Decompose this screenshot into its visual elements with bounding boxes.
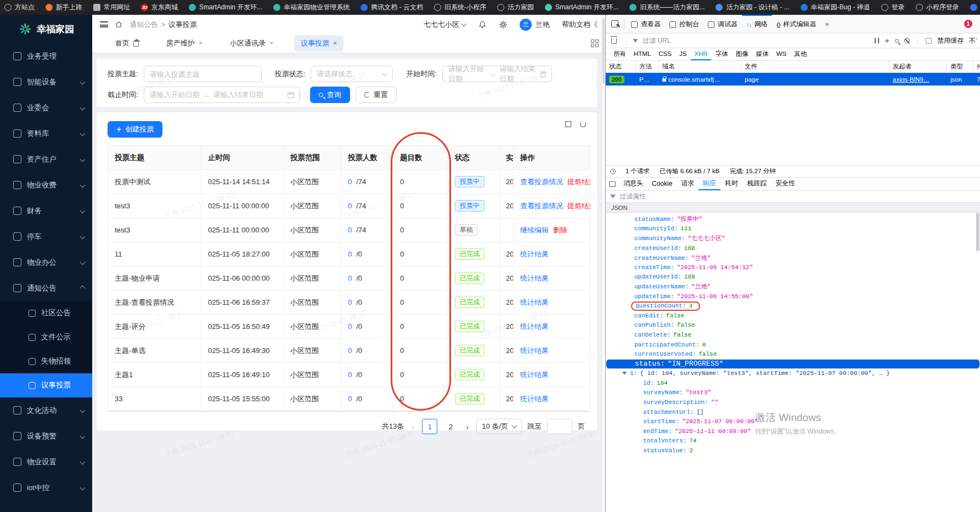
scrollbar-thumb[interactable]: [976, 213, 979, 251]
request-row[interactable]: 200P…console.smartxfj…pageaxios-BlN9…jso…: [606, 73, 980, 86]
prev-page-icon[interactable]: ‹: [409, 422, 416, 431]
detail-tab-耗时[interactable]: 耗时: [720, 178, 742, 190]
type-filter-HTML[interactable]: HTML: [630, 48, 654, 60]
action-link-查看投票情况[interactable]: 查看投票情况: [520, 177, 563, 187]
start-time-range-picker[interactable]: 请输入开始日期 → 请输入结束日期: [442, 66, 552, 82]
sidebar-item-物业收费[interactable]: 物业收费: [0, 172, 92, 198]
bookmark-item[interactable]: 消息 - 飞书: [970, 3, 980, 12]
next-page-icon[interactable]: ›: [464, 422, 471, 431]
sidebar-item-物业设置[interactable]: 物业设置: [0, 449, 92, 475]
breadcrumb-parent[interactable]: 通知公告: [129, 20, 158, 29]
request-column-域名[interactable]: 域名: [659, 61, 741, 72]
gear-icon[interactable]: [499, 20, 508, 29]
devtools-tab-样式编辑器[interactable]: {}样式编辑器: [772, 15, 821, 33]
search-icon[interactable]: [895, 39, 899, 43]
sidebar-item-文件公示[interactable]: 文件公示: [0, 325, 92, 349]
bookmark-item[interactable]: 旧系统-小程序: [434, 3, 486, 12]
vote-subject-input[interactable]: [144, 66, 262, 82]
tab-议事投票[interactable]: 议事投票×: [294, 35, 343, 52]
detail-tab-栈跟踪[interactable]: 栈跟踪: [742, 178, 771, 190]
end-time-range-picker[interactable]: 请输入开始日期 → 请输入结束日期: [144, 87, 300, 103]
page-number-1[interactable]: 1: [422, 419, 437, 434]
json-section-header[interactable]: JSON: [606, 203, 980, 213]
bookmark-item[interactable]: 登录: [881, 3, 905, 12]
pause-icon[interactable]: [875, 38, 879, 43]
bookmark-item[interactable]: 幸福家园-Bug - 禅道: [801, 3, 870, 12]
type-filter-媒体[interactable]: 媒体: [753, 48, 772, 60]
tab-小区通讯录[interactable]: 小区通讯录×: [223, 35, 280, 52]
bookmark-item[interactable]: 小程序登录: [916, 3, 959, 12]
bookmark-item[interactable]: 幸福家园物业管理系统: [273, 3, 350, 12]
vote-status-select[interactable]: 请选择状态: [311, 66, 393, 82]
tab-close-icon[interactable]: ×: [269, 39, 273, 47]
detail-tab-响应[interactable]: 响应: [699, 178, 720, 190]
action-link-继续编辑[interactable]: 继续编辑: [520, 225, 549, 235]
menu-collapse-icon[interactable]: [100, 21, 108, 27]
bookmark-item[interactable]: 活力家园: [497, 3, 534, 12]
request-column-发起者[interactable]: 发起者: [889, 61, 947, 72]
disable-cache-checkbox[interactable]: [926, 38, 932, 44]
type-filter-XHR[interactable]: XHR: [691, 48, 711, 60]
bookmark-item[interactable]: 新手上路: [46, 3, 82, 12]
create-vote-button[interactable]: + 创建投票: [108, 121, 162, 138]
action-link-查看投票情况[interactable]: 查看投票情况: [520, 201, 563, 211]
detail-tab-安全性[interactable]: 安全性: [771, 178, 799, 190]
refresh-icon[interactable]: [580, 121, 586, 127]
request-column-方法[interactable]: 方法: [636, 61, 659, 72]
tab-首页[interactable]: 首页: [109, 35, 145, 52]
sidebar-item-通知公告[interactable]: 通知公告: [0, 275, 92, 301]
home-icon[interactable]: [115, 20, 123, 29]
bookmark-item[interactable]: SmartAdmin 开发环...: [545, 3, 618, 12]
action-link-统计结果[interactable]: 统计结果: [520, 370, 549, 380]
initiator-link[interactable]: axios-BlN9…: [893, 76, 930, 83]
bookmark-item[interactable]: SmartAdmin 开发环...: [189, 3, 262, 12]
action-link-统计结果[interactable]: 统计结果: [520, 322, 549, 332]
action-link-统计结果[interactable]: 统计结果: [520, 394, 549, 404]
user-menu[interactable]: 兰 兰艳: [520, 19, 550, 31]
type-filter-所有[interactable]: 所有: [610, 48, 629, 60]
request-column-传输[interactable]: 传输: [973, 61, 980, 72]
sidebar-item-停车[interactable]: 停车: [0, 224, 92, 249]
bookmark-item[interactable]: 常用网址: [93, 3, 130, 12]
bookmark-item[interactable]: 腾讯文档 - 云文档: [361, 3, 423, 12]
type-filter-CSS[interactable]: CSS: [655, 48, 675, 60]
sidebar-item-智能设备[interactable]: 智能设备: [0, 69, 92, 95]
sidebar-item-业务受理[interactable]: 业务受理: [0, 43, 92, 69]
help-docs-link[interactable]: 帮助文档《: [562, 20, 598, 30]
sidebar-item-失物招领[interactable]: 失物招领: [0, 349, 92, 373]
sidebar-item-社区公告[interactable]: 社区公告: [0, 301, 92, 325]
more-tools-chevron[interactable]: »: [821, 20, 833, 28]
type-filter-图像[interactable]: 图像: [733, 48, 752, 60]
sidebar-item-物业办公[interactable]: 物业办公: [0, 249, 92, 275]
tab-close-icon[interactable]: ×: [333, 39, 337, 47]
page-scrollbar[interactable]: [601, 15, 605, 512]
url-filter-input[interactable]: 过滤 URL: [643, 36, 671, 45]
reset-button[interactable]: 重置: [356, 87, 397, 103]
bookmark-item[interactable]: 活力家园 - 设计稿 - ...: [716, 3, 789, 12]
action-link-统计结果[interactable]: 统计结果: [520, 298, 549, 308]
panel-icon[interactable]: [609, 181, 616, 187]
type-filter-其他[interactable]: 其他: [791, 48, 810, 60]
request-column-类型[interactable]: 类型: [947, 61, 973, 72]
detail-tab-Cookie[interactable]: Cookie: [647, 178, 677, 190]
community-selector[interactable]: 七七七小区: [424, 20, 466, 30]
search-button[interactable]: 查询: [310, 87, 350, 103]
fullscreen-icon[interactable]: [565, 121, 571, 127]
tab-房产维护[interactable]: 房产维护×: [160, 35, 209, 52]
type-filter-字体[interactable]: 字体: [712, 48, 731, 60]
add-icon[interactable]: +: [885, 38, 889, 43]
props-filter-input[interactable]: 过滤属性: [619, 192, 646, 201]
request-column-状态[interactable]: 状态: [606, 61, 636, 72]
type-filter-JS[interactable]: JS: [676, 48, 690, 60]
action-link-统计结果[interactable]: 统计结果: [520, 274, 549, 283]
sidebar-item-设备预警[interactable]: 设备预警: [0, 423, 92, 449]
pick-element-icon[interactable]: [611, 20, 618, 27]
devtools-tab-查看器[interactable]: 查看器: [627, 15, 665, 33]
bookmark-item[interactable]: 旧系统——活力家园...: [629, 3, 705, 12]
request-column-文件[interactable]: 文件: [741, 61, 889, 72]
page-size-select[interactable]: 10 条/页: [476, 419, 522, 434]
tab-close-icon[interactable]: ×: [199, 39, 202, 47]
sidebar-item-iot中控[interactable]: iot中控: [0, 475, 92, 500]
tab-layout-grid-icon[interactable]: [591, 39, 599, 47]
sidebar-item-业委会[interactable]: 业委会: [0, 95, 92, 121]
